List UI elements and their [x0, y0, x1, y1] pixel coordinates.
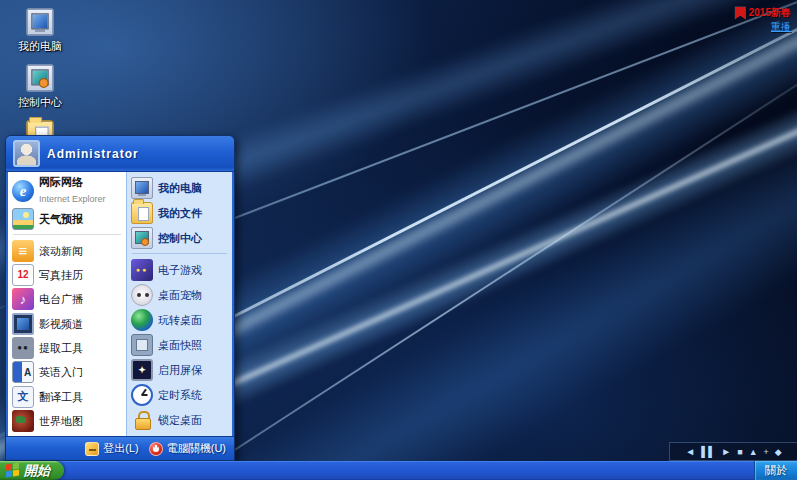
globe-icon	[131, 309, 153, 331]
menu-item-radio[interactable]: 电台广播	[8, 287, 126, 311]
greeting-title-row: 2015新春	[735, 6, 791, 20]
red-ribbon-icon	[735, 7, 746, 20]
desktop-screen: 2015新春 重播 我的电脑 控制中心 我的文件 Administrator	[0, 0, 797, 480]
menu-item-calendar[interactable]: 写真挂历	[8, 263, 126, 287]
menu-item-desktop-snapshot[interactable]: 桌面快照	[127, 333, 232, 358]
news-icon	[12, 240, 34, 262]
my-computer-icon	[131, 177, 153, 199]
menu-item-label: 电子游戏	[158, 264, 202, 276]
menu-item-english-intro[interactable]: 英语入门	[8, 360, 126, 384]
desktop-icon-label: 控制中心	[8, 96, 72, 108]
menu-item-timer-system[interactable]: 定时系统	[127, 383, 232, 408]
greeting-widget: 2015新春 重播	[735, 6, 791, 34]
menu-item-text: 网际网络 Internet Explorer	[39, 176, 106, 206]
menu-item-world-map[interactable]: 世界地图	[8, 409, 126, 433]
menu-item-news[interactable]: 滚动新闻	[8, 238, 126, 262]
menu-item-label: 启用屏保	[158, 364, 202, 376]
user-name: Administrator	[47, 147, 139, 161]
desktop-icon-label: 我的电脑	[8, 40, 72, 52]
menu-separator	[13, 234, 121, 235]
start-button-label: 開始	[24, 462, 50, 480]
pet-icon	[131, 284, 153, 306]
menu-item-desktop-fun[interactable]: 玩转桌面	[127, 307, 232, 332]
menu-item-lock-desktop[interactable]: 锁定桌面	[127, 408, 232, 433]
my-computer-icon	[8, 8, 72, 36]
menu-item-translate-tool[interactable]: 翻译工具	[8, 384, 126, 408]
eject-button[interactable]: ▲	[749, 447, 758, 457]
about-label: 關於	[765, 463, 787, 478]
shutdown-button[interactable]: 電腦關機(U)	[149, 441, 226, 456]
snapshot-icon	[131, 334, 153, 356]
shutdown-label: 電腦關機(U)	[167, 441, 226, 456]
lock-icon	[131, 409, 153, 431]
taskbar-about-button[interactable]: 關於	[754, 461, 797, 480]
menu-item-label: 英语入门	[39, 366, 83, 378]
menu-item-label: 电台广播	[39, 293, 83, 305]
menu-item-my-computer[interactable]: 我的电脑	[127, 175, 232, 200]
control-center-icon	[8, 64, 72, 92]
menu-item-video-channel[interactable]: 影视频道	[8, 311, 126, 335]
skip-back-button[interactable]: ◄	[685, 447, 695, 457]
menu-item-label: 玩转桌面	[158, 314, 202, 326]
replay-link[interactable]: 重播	[771, 20, 791, 34]
translate-icon	[12, 386, 34, 408]
logout-label: 登出(L)	[103, 441, 138, 456]
stop-button[interactable]: ■	[737, 447, 742, 457]
internet-explorer-icon	[12, 180, 34, 202]
binoculars-icon	[12, 337, 34, 359]
desktop-icon-my-computer[interactable]: 我的电脑	[8, 8, 72, 52]
start-menu-header: Administrator	[6, 136, 234, 172]
menu-item-weather[interactable]: 天气预报	[8, 207, 126, 231]
menu-item-label: 翻译工具	[39, 391, 83, 403]
menu-item-games[interactable]: 电子游戏	[127, 257, 232, 282]
world-map-icon	[12, 410, 34, 432]
menu-item-label: 桌面宠物	[158, 289, 202, 301]
taskbar: 開始 關於	[0, 461, 797, 480]
menu-item-screensaver[interactable]: 启用屏保	[127, 358, 232, 383]
book-icon	[12, 361, 34, 383]
clock-icon	[131, 384, 153, 406]
start-menu: Administrator 网际网络 Internet Explorer 天气预…	[5, 135, 235, 461]
tv-icon	[12, 313, 34, 335]
skip-forward-button[interactable]: ►	[721, 447, 731, 457]
greeting-replay-row: 重播	[735, 20, 791, 34]
menu-item-extract-tool[interactable]: 提取工具	[8, 336, 126, 360]
calendar-icon	[12, 264, 34, 286]
screensaver-icon	[131, 359, 153, 381]
control-center-icon	[131, 227, 153, 249]
menu-item-label: 锁定桌面	[158, 414, 202, 426]
menu-item-sublabel: Internet Explorer	[39, 194, 106, 204]
pause-button[interactable]: ▌▌	[701, 447, 715, 457]
menu-item-label: 世界地图	[39, 415, 83, 427]
weather-icon	[12, 208, 34, 230]
start-menu-body: 网际网络 Internet Explorer 天气预报 滚动新闻 写真挂历	[6, 172, 234, 436]
desktop-icon-control-center[interactable]: 控制中心	[8, 64, 72, 108]
menu-item-label: 提取工具	[39, 342, 83, 354]
start-menu-right-column: 我的电脑 我的文件 控制中心 电子游戏 桌面宠物	[126, 172, 232, 436]
greeting-title: 2015新春	[749, 6, 791, 20]
start-flag-icon	[6, 464, 12, 471]
menu-separator	[132, 253, 227, 254]
power-icon	[149, 442, 163, 456]
menu-item-label: 我的文件	[158, 207, 202, 219]
logout-icon	[85, 442, 99, 456]
menu-item-label: 我的电脑	[158, 182, 202, 194]
add-button[interactable]: +	[764, 447, 769, 457]
menu-item-label: 网际网络	[39, 176, 106, 188]
options-button[interactable]: ◆	[775, 447, 782, 457]
menu-item-label: 滚动新闻	[39, 245, 83, 257]
menu-item-control-center[interactable]: 控制中心	[127, 225, 232, 250]
start-button[interactable]: 開始	[0, 461, 64, 480]
menu-item-label: 写真挂历	[39, 269, 83, 281]
folder-icon	[131, 202, 153, 224]
menu-item-internet-explorer[interactable]: 网际网络 Internet Explorer	[8, 175, 126, 207]
taskbar-empty-area	[64, 461, 754, 480]
menu-item-label: 定时系统	[158, 389, 202, 401]
menu-item-desktop-pet[interactable]: 桌面宠物	[127, 282, 232, 307]
user-avatar	[13, 140, 40, 167]
menu-item-my-documents[interactable]: 我的文件	[127, 200, 232, 225]
logout-button[interactable]: 登出(L)	[85, 441, 138, 456]
menu-item-label: 天气预报	[39, 213, 83, 225]
menu-item-label: 控制中心	[158, 232, 202, 244]
game-icon	[131, 259, 153, 281]
